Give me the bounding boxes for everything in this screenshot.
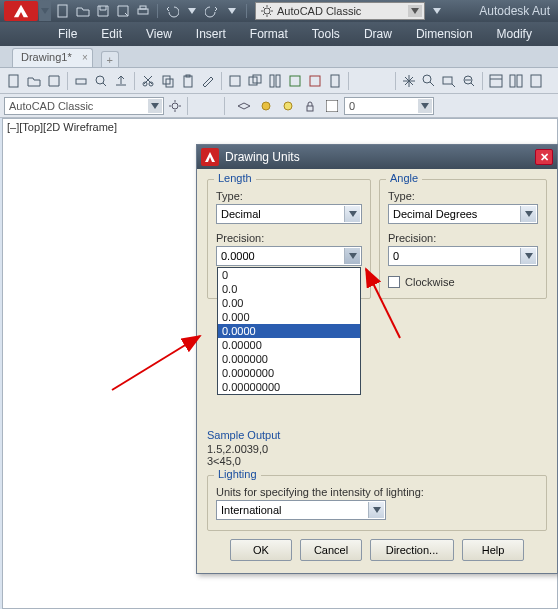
precision-option[interactable]: 0.0000000 [218,366,360,380]
lighting-drop-icon[interactable] [368,502,384,518]
calc-icon[interactable] [326,72,344,90]
matchprop-icon[interactable] [199,72,217,90]
svg-rect-19 [310,76,320,86]
workspace-combo-title-drop[interactable] [408,5,422,17]
direction-button[interactable]: Direction... [370,539,454,561]
clockwise-checkbox[interactable]: Clockwise [388,276,538,288]
layer-props-icon[interactable] [235,97,253,115]
menu-draw[interactable]: Draw [352,23,404,45]
cut-icon[interactable] [139,72,157,90]
precision-option[interactable]: 0.000 [218,310,360,324]
new-icon[interactable] [55,3,71,19]
layer-combo-drop-icon[interactable] [418,99,432,113]
svg-rect-11 [184,76,192,87]
layer-on-icon[interactable] [257,97,275,115]
workspace-gear-icon[interactable] [166,97,184,115]
workspace-combo-drop-icon[interactable] [148,99,162,113]
sheet-icon[interactable] [286,72,304,90]
menu-format[interactable]: Format [238,23,300,45]
menu-file[interactable]: File [46,23,89,45]
angle-precision-drop-icon[interactable] [520,248,536,264]
svg-point-28 [172,103,178,109]
toolpalette2-icon[interactable] [527,72,545,90]
lighting-group: Lighting Units for specifying the intens… [207,475,547,531]
app-menu-dropdown[interactable] [39,1,51,21]
undo-icon[interactable] [164,3,180,19]
menu-insert[interactable]: Insert [184,23,238,45]
redo-drop-icon[interactable] [224,3,240,19]
lighting-combo[interactable]: International [216,500,386,520]
save-icon[interactable] [95,3,111,19]
dialog-title: Drawing Units [225,150,300,164]
precision-option[interactable]: 0.0 [218,282,360,296]
open-doc-icon[interactable] [25,72,43,90]
ok-button-label: OK [253,544,269,556]
redo-icon[interactable] [204,3,220,19]
print-icon[interactable] [135,3,151,19]
menu-tools[interactable]: Tools [300,23,352,45]
precision-option[interactable]: 0 [218,268,360,282]
app-logo[interactable] [4,1,38,21]
length-precision-dropdown[interactable]: 00.00.000.0000.00000.000000.0000000.0000… [217,267,361,395]
svg-rect-1 [138,9,148,14]
angle-precision-value: 0 [393,250,399,262]
angle-type-drop-icon[interactable] [520,206,536,222]
save-doc-icon[interactable] [45,72,63,90]
layer-combo[interactable]: 0 [344,97,434,115]
menu-modify[interactable]: Modify [485,23,544,45]
new-doc-icon[interactable] [5,72,23,90]
open-icon[interactable] [75,3,91,19]
length-precision-combo[interactable]: 0.0000 00.00.000.0000.00000.000000.00000… [216,246,362,266]
layer-color-icon[interactable] [323,97,341,115]
dialog-titlebar[interactable]: Drawing Units ✕ [197,145,557,169]
toolpalette-icon[interactable] [266,72,284,90]
undo-drop-icon[interactable] [184,3,200,19]
length-precision-drop-icon[interactable] [344,248,360,264]
svg-point-3 [264,8,270,14]
length-type-value: Decimal [221,208,261,220]
angle-type-combo[interactable]: Decimal Degrees [388,204,538,224]
layer-lock-icon[interactable] [301,97,319,115]
paste-icon[interactable] [179,72,197,90]
cancel-button[interactable]: Cancel [300,539,362,561]
pan-icon[interactable] [400,72,418,90]
designcenter-icon[interactable] [507,72,525,90]
block-icon[interactable] [226,72,244,90]
length-type-drop-icon[interactable] [344,206,360,222]
precision-option[interactable]: 0.0000 [218,324,360,338]
copy-icon[interactable] [159,72,177,90]
precision-option[interactable]: 0.00 [218,296,360,310]
zoom-prev-icon[interactable] [460,72,478,90]
angle-precision-combo[interactable]: 0 [388,246,538,266]
viewport-label[interactable]: [–][Top][2D Wireframe] [3,119,557,135]
menu-edit[interactable]: Edit [89,23,134,45]
saveas-icon[interactable] [115,3,131,19]
workspace-combo-title[interactable]: AutoCAD Classic [255,2,425,20]
precision-option[interactable]: 0.00000 [218,338,360,352]
markup-icon[interactable] [306,72,324,90]
precision-option[interactable]: 0.00000000 [218,380,360,394]
qat-overflow-icon[interactable] [429,3,445,19]
layer-freeze-icon[interactable] [279,97,297,115]
close-tab-icon[interactable]: × [82,52,88,63]
print-doc-icon[interactable] [72,72,90,90]
menu-view[interactable]: View [134,23,184,45]
dialog-close-button[interactable]: ✕ [535,149,553,165]
svg-rect-24 [490,75,502,87]
properties-icon[interactable] [487,72,505,90]
ok-button[interactable]: OK [230,539,292,561]
new-tab-button[interactable]: + [101,51,119,67]
help-button-label: Help [482,544,505,556]
svg-rect-0 [58,5,67,17]
help-button[interactable]: Help [462,539,524,561]
length-type-combo[interactable]: Decimal [216,204,362,224]
workspace-combo[interactable]: AutoCAD Classic [4,97,164,115]
xref-icon[interactable] [246,72,264,90]
zoom-window-icon[interactable] [440,72,458,90]
zoom-realtime-icon[interactable] [420,72,438,90]
precision-option[interactable]: 0.000000 [218,352,360,366]
preview-icon[interactable] [92,72,110,90]
menu-dimension[interactable]: Dimension [404,23,485,45]
publish-icon[interactable] [112,72,130,90]
document-tab[interactable]: Drawing1* × [12,48,93,67]
